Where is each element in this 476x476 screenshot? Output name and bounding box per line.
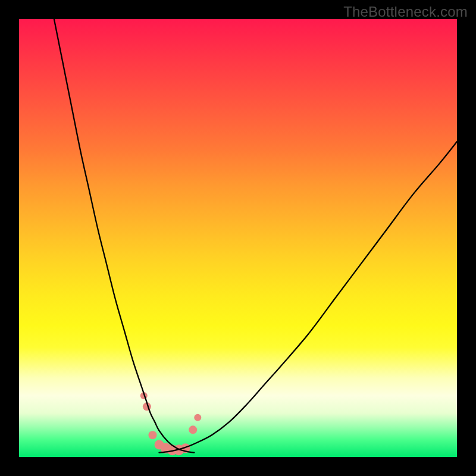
watermark-text: TheBottleneck.com [343, 4, 468, 20]
chart-frame: TheBottleneck.com [0, 0, 476, 476]
markers-group [140, 392, 202, 455]
marker-point [148, 431, 156, 439]
marker-point [189, 425, 197, 434]
plot-area [19, 19, 457, 457]
curve-svg [19, 19, 457, 457]
right-branch-path [159, 142, 457, 453]
left-branch-path [54, 19, 195, 453]
marker-point [194, 414, 201, 421]
